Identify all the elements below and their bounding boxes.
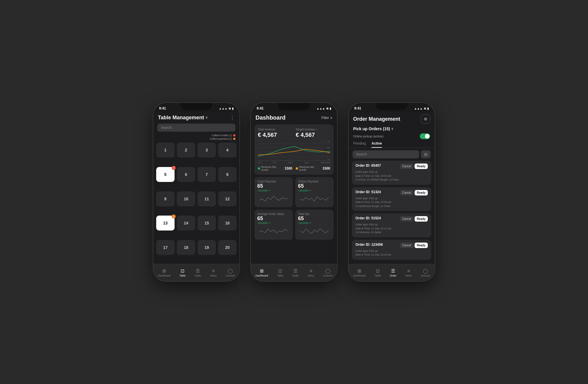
legend-this-month: Revenue this month 1500 (258, 166, 292, 171)
time-2: 9:41 (257, 106, 264, 110)
table-8[interactable]: 8 (218, 167, 237, 182)
status-icons-1: ▲▲▲ ⊛ ▮ (219, 107, 234, 110)
legend-collect-text: Collect payment (1) (210, 137, 232, 140)
order-search-box[interactable]: Search (353, 150, 419, 158)
account-nav-icon-2: ◯ (325, 268, 330, 274)
table-4[interactable]: 4 (218, 143, 237, 158)
total-revenue-col: Total revenue € 4,567 (258, 128, 292, 138)
nav-order-2[interactable]: ☰ Order (292, 268, 299, 277)
time-3: 9:41 (354, 106, 361, 110)
legend-collect: Collect payment (1) (210, 137, 235, 140)
ready-button-0[interactable]: Ready (415, 164, 428, 169)
tab-active[interactable]: Active (372, 141, 382, 148)
table-nav-icon-1: ⊡ (181, 268, 184, 274)
order-header: Order Management ⚙ (349, 112, 435, 125)
cancel-button-1[interactable]: Cancel (400, 190, 413, 195)
table-17[interactable]: 17 (156, 240, 175, 255)
bottom-nav-3: ⊞ Dashboard ⊡ Table ☰ Order ≡ Menu ◯ Acc… (349, 264, 435, 281)
cancel-button-3[interactable]: Cancel (400, 243, 413, 248)
table-9[interactable]: 9 (156, 191, 175, 206)
nav-account-3[interactable]: ◯ Account (421, 268, 430, 277)
sparkline-avg (257, 226, 290, 236)
cancel-button-0[interactable]: Cancel (400, 164, 413, 169)
table-1[interactable]: 1 (156, 143, 175, 158)
metric-tips-change: +10.01% ↗ (298, 222, 331, 224)
table-6[interactable]: 6 (177, 167, 195, 182)
cancel-button-2[interactable]: Cancel (400, 216, 413, 222)
metric-online: Online Payment 65 +10.01% ↗ (295, 177, 334, 207)
nav-account-2[interactable]: ◯ Account (323, 268, 333, 277)
table-header: Table Management ∨ ⋮ (153, 112, 239, 122)
badge-orange-13: 1 (172, 214, 176, 218)
total-revenue-label: Total revenue (258, 128, 292, 131)
table-10[interactable]: 10 (177, 191, 195, 206)
dash-phone-content: Dashboard Filter ∨ Total revenue € 4,567 (251, 112, 337, 264)
table-16[interactable]: 16 (218, 216, 237, 231)
table-18[interactable]: 18 (177, 240, 195, 255)
order-nav-icon-2: ☰ (293, 268, 297, 274)
ready-button-3[interactable]: Ready (415, 243, 428, 248)
table-7[interactable]: 7 (198, 167, 216, 182)
nav-order-3[interactable]: ☰ Order (390, 268, 396, 277)
order-card-header-3: Order ID: 123456 Cancel Ready (355, 243, 428, 248)
account-nav-icon-3: ◯ (423, 268, 428, 274)
status-icons-2: ▲▲▲ ⊛ ▮ (316, 107, 331, 110)
gear-button[interactable]: ⚙ (421, 114, 430, 124)
metric-tips-label: Total tips (298, 212, 331, 216)
order-detail-1: Order type: Pick up Date & Time: 12 July… (355, 197, 428, 208)
revenue-card: Total revenue € 4,567 Target revenue ⎋ €… (254, 124, 334, 175)
nav-dashboard-1[interactable]: ⊞ Dashboard (158, 268, 171, 277)
account-nav-icon-1: ◯ (228, 268, 233, 274)
signal-icon-3: ▲▲▲ (414, 107, 423, 110)
nav-account-1[interactable]: ◯ Account (226, 268, 235, 277)
nav-table-1[interactable]: ⊡ Table (179, 268, 186, 277)
toggle-knob (425, 134, 430, 139)
toggle-online-pickup[interactable] (420, 133, 430, 139)
nav-order-1[interactable]: ☰ Order (195, 268, 201, 277)
table-2[interactable]: 2 (177, 143, 195, 158)
sparkline-online (298, 193, 331, 203)
nav-menu-3[interactable]: ≡ Menu (405, 268, 412, 277)
nav-dashboard-2[interactable]: ⊞ Dashboard (256, 268, 268, 277)
notch-1 (181, 103, 212, 110)
table-19[interactable]: 19 (198, 240, 216, 255)
table-14[interactable]: 14 (177, 216, 195, 231)
tab-pending[interactable]: Pending (353, 141, 366, 148)
notch-2 (278, 103, 310, 110)
nav-menu-2[interactable]: ≡ Menu (308, 268, 314, 277)
table-5[interactable]: 5 1 (156, 167, 175, 182)
external-link-icon: ⎋ (316, 128, 317, 131)
nav-menu-1[interactable]: ≡ Menu (210, 268, 217, 277)
chevron-down-icon: ∨ (330, 116, 332, 120)
table-nav-icon-2: ⊡ (278, 268, 282, 274)
dash-header: Dashboard Filter ∨ (251, 112, 337, 123)
table-13[interactable]: 13 1 (156, 216, 175, 231)
table-3[interactable]: 3 (198, 143, 216, 158)
signal-icon-1: ▲▲▲ (219, 107, 227, 110)
nav-table-3[interactable]: ⊡ Table (375, 268, 381, 277)
gear-icon: ⚙ (424, 117, 428, 121)
search-box-1[interactable]: Search (157, 124, 235, 132)
target-revenue-col: Target revenue ⎋ € 4,567 (296, 128, 330, 138)
dot-red (233, 134, 235, 137)
table-11[interactable]: 11 (198, 191, 216, 206)
table-20[interactable]: 20 (218, 240, 237, 255)
menu-icon[interactable]: ⋮ (230, 114, 235, 121)
nav-dashboard-3[interactable]: ⊞ Dashboard (353, 268, 366, 277)
orders-list: Order ID: 65457 Cancel Ready Order type:… (349, 161, 435, 264)
metric-tips: Total tips 65 +10.01% ↗ (295, 210, 334, 240)
metric-online-label: Online Payment (298, 180, 331, 183)
signal-icon-2: ▲▲▲ (316, 107, 325, 110)
legend-called-text: Called to table (1) (212, 134, 232, 137)
table-15[interactable]: 15 (198, 216, 216, 231)
filter-button[interactable]: Filter ∨ (321, 116, 332, 120)
ready-button-1[interactable]: Ready (415, 190, 428, 195)
dashboard-nav-icon-2: ⊞ (260, 268, 264, 274)
table-12[interactable]: 12 (218, 191, 237, 206)
notch-3 (376, 103, 407, 110)
nav-table-2[interactable]: ⊡ Table (277, 268, 283, 277)
filter-icon-button[interactable]: ⊟ (421, 150, 431, 158)
order-card-1: Order ID: 51324 Cancel Ready Order type:… (352, 187, 431, 211)
time-1: 9:41 (159, 106, 166, 110)
ready-button-2[interactable]: Ready (415, 216, 428, 222)
